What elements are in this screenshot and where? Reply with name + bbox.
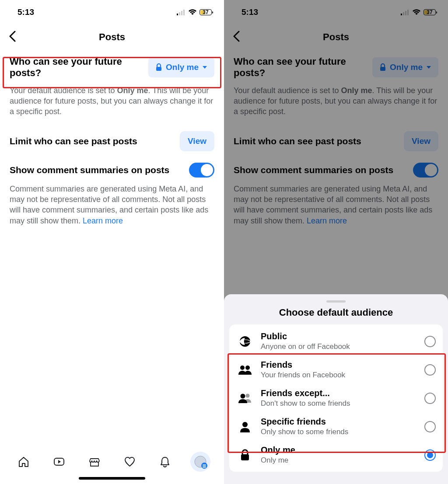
cellular-signal-icon bbox=[177, 9, 186, 15]
phone-left: 5:13 37 Posts Who can see your fut bbox=[0, 0, 224, 484]
audience-option-friends[interactable]: Friends Your friends on Facebook bbox=[229, 355, 443, 384]
status-bar: 5:13 37 bbox=[0, 0, 224, 24]
home-indicator bbox=[79, 477, 145, 480]
friends-icon bbox=[236, 364, 254, 376]
svg-rect-23 bbox=[241, 454, 249, 460]
comment-summaries-label: Show comment summaries on posts bbox=[10, 165, 169, 175]
audience-option-friends-except[interactable]: Friends except... Don't show to some fri… bbox=[229, 384, 443, 412]
limit-past-row: Limit who can see past posts View bbox=[10, 129, 214, 163]
svg-point-7 bbox=[201, 463, 207, 469]
tab-home[interactable] bbox=[14, 452, 34, 472]
tab-menu[interactable] bbox=[190, 452, 210, 472]
svg-rect-10 bbox=[203, 467, 206, 468]
settings-content: Who can see your future posts? Only me Y… bbox=[0, 50, 224, 484]
svg-point-20 bbox=[246, 393, 250, 397]
sheet-grabber[interactable] bbox=[326, 300, 346, 303]
nav-bar: Posts bbox=[0, 24, 224, 50]
friends-except-icon bbox=[236, 393, 254, 404]
view-button[interactable]: View bbox=[180, 131, 214, 151]
svg-rect-3 bbox=[183, 10, 185, 15]
radio-unchecked[interactable] bbox=[424, 364, 436, 376]
svg-rect-1 bbox=[179, 12, 180, 15]
radio-unchecked[interactable] bbox=[424, 393, 436, 404]
future-posts-heading: Who can see your future posts? bbox=[10, 56, 141, 79]
svg-point-18 bbox=[240, 366, 245, 370]
option-sub: Only me bbox=[261, 456, 417, 465]
globe-icon bbox=[236, 335, 254, 348]
tab-marketplace[interactable] bbox=[84, 452, 105, 472]
option-title: Public bbox=[261, 331, 417, 341]
audience-option-only-me[interactable]: Only me Only me bbox=[229, 441, 443, 469]
option-sub: Your friends on Facebook bbox=[261, 371, 417, 380]
comment-summaries-desc: Comment summaries are generated using Me… bbox=[10, 184, 214, 226]
status-right: 37 bbox=[177, 9, 212, 15]
tab-dating[interactable] bbox=[119, 452, 140, 472]
sheet-title: Choose default audience bbox=[229, 306, 443, 324]
future-posts-row: Who can see your future posts? Only me bbox=[10, 50, 214, 85]
audience-sheet: Choose default audience Public Anyone on… bbox=[224, 294, 448, 484]
option-title: Only me bbox=[261, 445, 417, 455]
svg-rect-2 bbox=[181, 11, 182, 15]
phone-right: 5:13 37 Posts Who can see your fut bbox=[224, 0, 448, 484]
audience-selector-button[interactable]: Only me bbox=[148, 57, 214, 77]
audience-options-list: Public Anyone on or off Facebook Friends… bbox=[229, 324, 443, 472]
radio-unchecked[interactable] bbox=[424, 421, 436, 432]
svg-point-22 bbox=[242, 422, 248, 427]
learn-more-link[interactable]: Learn more bbox=[83, 216, 123, 225]
svg-rect-8 bbox=[203, 465, 206, 466]
option-title: Friends bbox=[261, 360, 417, 370]
audience-option-specific[interactable]: Specific friends Only show to some frien… bbox=[229, 412, 443, 441]
back-button[interactable] bbox=[9, 31, 16, 44]
svg-rect-9 bbox=[203, 466, 206, 467]
comment-summaries-toggle[interactable] bbox=[189, 163, 214, 178]
person-icon bbox=[236, 421, 254, 433]
battery-icon: 37 bbox=[200, 9, 212, 15]
option-sub: Only show to some friends bbox=[261, 428, 417, 436]
tab-notifications[interactable] bbox=[155, 452, 175, 472]
option-sub: Don't show to some friends bbox=[261, 399, 417, 408]
comment-summaries-row: Show comment summaries on posts bbox=[10, 163, 214, 184]
option-title: Specific friends bbox=[261, 417, 417, 427]
future-posts-desc: Your default audience is set to Only me.… bbox=[10, 85, 214, 129]
status-time: 5:13 bbox=[18, 7, 34, 17]
chevron-down-icon bbox=[202, 65, 207, 70]
audience-label: Only me bbox=[166, 63, 199, 72]
option-title: Friends except... bbox=[261, 388, 417, 398]
tab-video[interactable] bbox=[49, 452, 69, 472]
svg-rect-4 bbox=[156, 67, 161, 71]
svg-point-19 bbox=[245, 366, 250, 370]
page-title: Posts bbox=[99, 31, 125, 43]
wifi-icon bbox=[188, 9, 197, 15]
audience-option-public[interactable]: Public Anyone on or off Facebook bbox=[229, 327, 443, 355]
radio-checked[interactable] bbox=[424, 449, 436, 461]
svg-rect-0 bbox=[177, 14, 178, 15]
option-sub: Anyone on or off Facebook bbox=[261, 342, 417, 351]
svg-point-21 bbox=[241, 393, 245, 398]
lock-icon bbox=[155, 63, 162, 71]
radio-unchecked[interactable] bbox=[424, 336, 436, 347]
lock-icon bbox=[236, 449, 254, 461]
limit-past-label: Limit who can see past posts bbox=[10, 136, 137, 146]
